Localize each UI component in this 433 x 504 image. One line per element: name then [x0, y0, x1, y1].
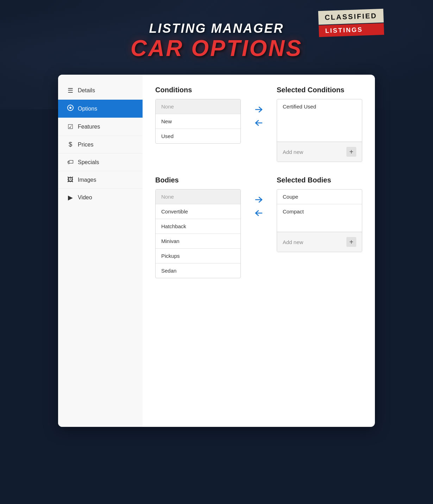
options-icon	[67, 105, 74, 113]
bodies-transfer-arrows	[249, 194, 268, 218]
header-subtitle: LISTING MANAGER	[7, 21, 426, 36]
sidebar-item-video[interactable]: ▶ Video	[58, 189, 143, 206]
sidebar-label-prices: Prices	[78, 142, 93, 148]
tag-icon: 🏷	[67, 158, 74, 166]
conditions-selected-title: Selected Conditions	[277, 86, 362, 94]
conditions-selected-col: Selected Conditions Certified Used Add n…	[277, 86, 362, 162]
svg-point-1	[69, 107, 71, 109]
sidebar-item-images[interactable]: 🖼 Images	[58, 171, 143, 189]
sidebar-item-features[interactable]: ☑ Features	[58, 118, 143, 136]
sidebar: ☰ Details Options ☑ Features $ Prices 🏷 …	[58, 75, 143, 427]
bodies-selected-items: Coupe Compact	[277, 189, 362, 232]
bodies-section: Bodies None Convertible Hatchback Miniva…	[155, 176, 362, 278]
bodies-move-right-btn[interactable]	[253, 194, 265, 205]
conditions-section: Conditions None New Used	[155, 86, 362, 162]
body-item-minivan[interactable]: Minivan	[156, 234, 240, 249]
bodies-list-box: None Convertible Hatchback Minivan Picku	[155, 189, 241, 278]
content-area: Conditions None New Used	[143, 75, 375, 427]
header-area: LISTING MANAGER CAR OPTIONS	[0, 0, 433, 75]
conditions-add-new-btn[interactable]: +	[346, 147, 356, 157]
video-icon: ▶	[67, 194, 74, 201]
sidebar-item-specials[interactable]: 🏷 Specials	[58, 154, 143, 171]
bodies-selected-box: Coupe Compact Add new +	[277, 189, 362, 252]
sidebar-label-specials: Specials	[78, 159, 99, 166]
conditions-selected-box: Certified Used Add new +	[277, 99, 362, 162]
sidebar-label-details: Details	[78, 87, 95, 94]
list-icon: ☰	[67, 87, 74, 94]
condition-item-new[interactable]: New	[156, 114, 240, 129]
bodies-add-new-label: Add new	[283, 239, 303, 245]
condition-selected-certified-used[interactable]: Certified Used	[277, 99, 362, 114]
conditions-add-new-label: Add new	[283, 149, 303, 155]
body-item-sedan[interactable]: Sedan	[156, 263, 240, 278]
body-selected-compact[interactable]: Compact	[277, 204, 362, 219]
sidebar-label-video: Video	[78, 194, 92, 201]
conditions-transfer-arrows	[249, 104, 268, 128]
conditions-available-col: Conditions None New Used	[155, 86, 241, 144]
bodies-available-col: Bodies None Convertible Hatchback Miniva…	[155, 176, 241, 278]
sidebar-item-prices[interactable]: $ Prices	[58, 136, 143, 154]
conditions-title: Conditions	[155, 86, 241, 94]
conditions-add-new-row[interactable]: Add new +	[277, 142, 362, 162]
conditions-move-right-btn[interactable]	[253, 104, 265, 115]
condition-item-none[interactable]: None	[156, 99, 240, 114]
sidebar-item-options[interactable]: Options	[58, 100, 143, 118]
checkbox-icon: ☑	[67, 123, 74, 131]
bodies-add-new-row[interactable]: Add new +	[277, 232, 362, 252]
body-selected-coupe[interactable]: Coupe	[277, 189, 362, 204]
condition-item-used[interactable]: Used	[156, 129, 240, 143]
bodies-move-left-btn[interactable]	[253, 208, 265, 218]
sidebar-label-features: Features	[78, 124, 100, 130]
body-item-none[interactable]: None	[156, 189, 240, 204]
body-item-convertible[interactable]: Convertible	[156, 204, 240, 219]
conditions-move-left-btn[interactable]	[253, 118, 265, 128]
sidebar-label-options: Options	[78, 106, 97, 112]
header-title: CAR OPTIONS	[7, 36, 426, 61]
sidebar-item-details[interactable]: ☰ Details	[58, 82, 143, 100]
image-icon: 🖼	[67, 176, 74, 183]
bodies-selected-col: Selected Bodies Coupe Compact Add new	[277, 176, 362, 252]
bodies-title: Bodies	[155, 176, 241, 184]
bodies-add-new-btn[interactable]: +	[346, 237, 356, 247]
conditions-selected-items: Certified Used	[277, 99, 362, 142]
body-item-pickups[interactable]: Pickups	[156, 249, 240, 263]
sidebar-label-images: Images	[78, 177, 96, 183]
bodies-selected-title: Selected Bodies	[277, 176, 362, 184]
conditions-list-box: None New Used	[155, 99, 241, 144]
dollar-icon: $	[67, 141, 74, 148]
main-card: ☰ Details Options ☑ Features $ Prices 🏷 …	[58, 75, 375, 427]
body-item-hatchback[interactable]: Hatchback	[156, 219, 240, 234]
